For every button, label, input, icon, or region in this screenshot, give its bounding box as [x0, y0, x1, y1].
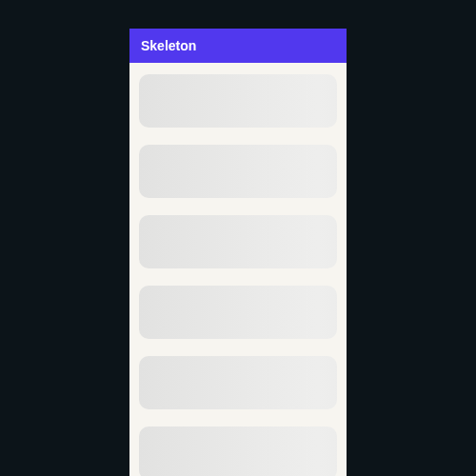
app-header: Skeleton	[129, 29, 347, 63]
skeleton-placeholder	[139, 215, 337, 268]
skeleton-placeholder	[139, 356, 337, 409]
skeleton-placeholder	[139, 426, 337, 476]
skeleton-placeholder	[139, 74, 337, 128]
app-container: Skeleton	[129, 29, 347, 476]
skeleton-placeholder	[139, 286, 337, 339]
content-area	[129, 63, 347, 463]
skeleton-placeholder	[139, 145, 337, 198]
page-title: Skeleton	[141, 38, 196, 53]
